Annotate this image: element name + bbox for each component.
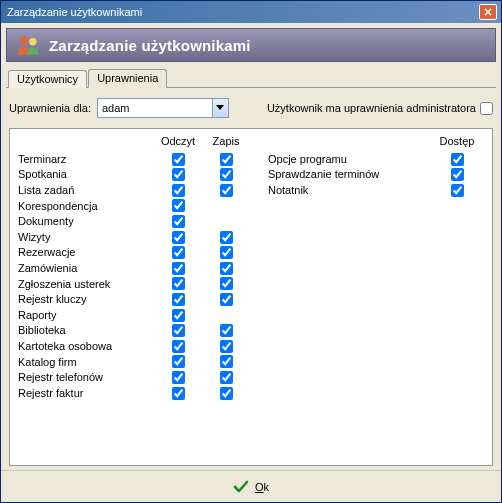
table-row: Zamówienia [18, 260, 250, 276]
titlebar: Zarządzanie użytkownikami [1, 1, 501, 23]
permissions-for-row: Uprawnienia dla: adam Użytkownik ma upra… [9, 98, 493, 118]
write-checkbox[interactable] [220, 153, 233, 166]
permissions-for-label: Uprawnienia dla: [9, 102, 91, 114]
permissions-table-right: Dostęp Opcje programuSprawdzanie terminó… [268, 133, 484, 198]
user-dropdown[interactable]: adam [97, 98, 229, 118]
permission-label: Rejestr telefonów [18, 369, 154, 385]
access-checkbox[interactable] [451, 184, 464, 197]
header-title: Zarządzanie użytkownikami [49, 37, 251, 54]
access-checkbox[interactable] [451, 153, 464, 166]
permission-label: Rejestr faktur [18, 385, 154, 401]
table-row: Zgłoszenia usterek [18, 276, 250, 292]
permission-label: Terminarz [18, 151, 154, 167]
table-row: Sprawdzanie terminów [268, 167, 484, 183]
write-checkbox[interactable] [220, 340, 233, 353]
write-checkbox[interactable] [220, 246, 233, 259]
permission-label: Wizyty [18, 229, 154, 245]
access-checkbox[interactable] [451, 168, 464, 181]
write-checkbox[interactable] [220, 277, 233, 290]
write-checkbox[interactable] [220, 355, 233, 368]
read-checkbox[interactable] [172, 293, 185, 306]
col-write-header: Zapis [202, 133, 250, 151]
table-row: Notatnik [268, 182, 484, 198]
permission-label: Notatnik [268, 182, 430, 198]
table-row: Lista zadań [18, 182, 250, 198]
read-checkbox[interactable] [172, 355, 185, 368]
write-checkbox[interactable] [220, 324, 233, 337]
write-checkbox[interactable] [220, 293, 233, 306]
tab-users[interactable]: Użytkownicy [8, 70, 87, 88]
read-checkbox[interactable] [172, 309, 185, 322]
table-row: Terminarz [18, 151, 250, 167]
read-checkbox[interactable] [172, 184, 185, 197]
write-checkbox[interactable] [220, 184, 233, 197]
table-row: Dokumenty [18, 213, 250, 229]
table-row: Rejestr faktur [18, 385, 250, 401]
svg-point-1 [29, 38, 36, 45]
col-read-header: Odczyt [154, 133, 202, 151]
read-checkbox[interactable] [172, 215, 185, 228]
read-checkbox[interactable] [172, 246, 185, 259]
permission-label: Rejestr kluczy [18, 291, 154, 307]
window-frame: Zarządzanie użytkownikami Zarządzanie uż… [0, 0, 502, 503]
users-icon [15, 32, 41, 58]
table-row: Rezerwacje [18, 245, 250, 261]
table-row: Kartoteka osobowa [18, 338, 250, 354]
dropdown-button[interactable] [212, 99, 228, 117]
permission-label: Opcje programu [268, 151, 430, 167]
permission-label: Lista zadań [18, 182, 154, 198]
window-title: Zarządzanie użytkownikami [5, 6, 479, 18]
admin-checkbox[interactable] [480, 102, 493, 115]
read-checkbox[interactable] [172, 340, 185, 353]
close-button[interactable] [479, 4, 497, 20]
read-checkbox[interactable] [172, 199, 185, 212]
footer-bar: Ok [1, 470, 501, 502]
read-checkbox[interactable] [172, 262, 185, 275]
table-row: Korespondencja [18, 198, 250, 214]
tab-permissions[interactable]: Uprawnienia [88, 69, 167, 88]
check-icon [233, 479, 249, 495]
permission-label: Spotkania [18, 167, 154, 183]
table-row: Rejestr telefonów [18, 369, 250, 385]
read-checkbox[interactable] [172, 371, 185, 384]
permission-label: Rezerwacje [18, 245, 154, 261]
chevron-down-icon [216, 105, 224, 111]
admin-toggle-group: Użytkownik ma uprawnienia administratora [267, 102, 493, 115]
table-row: Raporty [18, 307, 250, 323]
user-dropdown-value: adam [98, 102, 212, 114]
permissions-table-left: Odczyt Zapis TerminarzSpotkaniaLista zad… [18, 133, 250, 401]
table-row: Wizyty [18, 229, 250, 245]
admin-label: Użytkownik ma uprawnienia administratora [267, 102, 476, 114]
read-checkbox[interactable] [172, 324, 185, 337]
permission-label: Kartoteka osobowa [18, 338, 154, 354]
permission-label: Dokumenty [18, 213, 154, 229]
permission-label: Sprawdzanie terminów [268, 167, 430, 183]
ok-button[interactable]: Ok [255, 481, 269, 493]
write-checkbox[interactable] [220, 371, 233, 384]
table-row: Opcje programu [268, 151, 484, 167]
write-checkbox[interactable] [220, 231, 233, 244]
col-access-header: Dostęp [430, 133, 484, 151]
permission-label: Zamówienia [18, 260, 154, 276]
svg-point-0 [20, 36, 28, 44]
read-checkbox[interactable] [172, 168, 185, 181]
permissions-panel: Odczyt Zapis TerminarzSpotkaniaLista zad… [9, 128, 493, 466]
read-checkbox[interactable] [172, 231, 185, 244]
table-row: Rejestr kluczy [18, 291, 250, 307]
write-checkbox[interactable] [220, 387, 233, 400]
tabstrip: Użytkownicy Uprawnienia [6, 68, 496, 88]
write-checkbox[interactable] [220, 168, 233, 181]
table-row: Biblioteka [18, 323, 250, 339]
read-checkbox[interactable] [172, 277, 185, 290]
header-band: Zarządzanie użytkownikami [6, 28, 496, 62]
read-checkbox[interactable] [172, 387, 185, 400]
read-checkbox[interactable] [172, 153, 185, 166]
permission-label: Raporty [18, 307, 154, 323]
table-row: Spotkania [18, 167, 250, 183]
permission-label: Biblioteka [18, 323, 154, 339]
write-checkbox[interactable] [220, 262, 233, 275]
permission-label: Katalog firm [18, 354, 154, 370]
permission-label: Zgłoszenia usterek [18, 276, 154, 292]
close-icon [484, 8, 492, 16]
table-row: Katalog firm [18, 354, 250, 370]
